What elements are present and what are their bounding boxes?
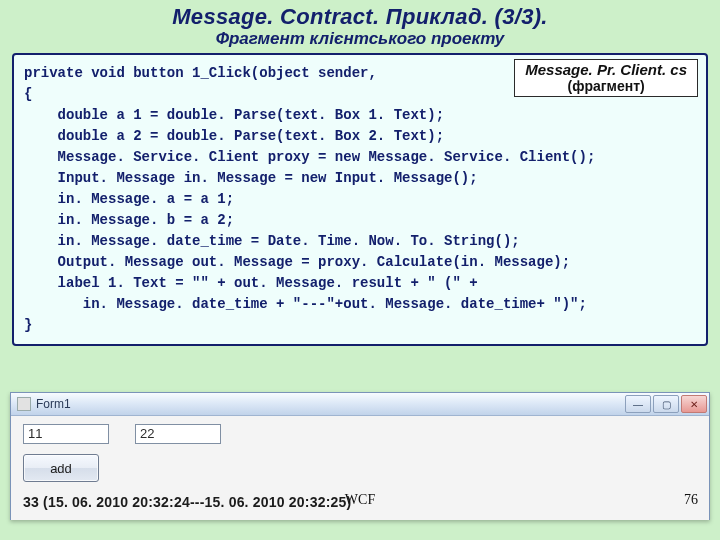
textbox-1[interactable]: 11	[23, 424, 109, 444]
file-name: Message. Pr. Client. cs	[525, 62, 687, 79]
file-fragment-label: (фрагмент)	[525, 79, 687, 94]
window-app-icon	[17, 397, 31, 411]
window-buttons: — ▢ ✕	[625, 395, 707, 413]
textbox-2[interactable]: 22	[135, 424, 221, 444]
close-button[interactable]: ✕	[681, 395, 707, 413]
slide-subtitle: Фрагмент клієнтського проекту	[10, 30, 710, 47]
file-badge: Message. Pr. Client. cs (фрагмент)	[514, 59, 698, 97]
footer-center: WCF	[0, 492, 720, 508]
slide-title: Message. Contract. Приклад. (3/3).	[10, 6, 710, 28]
add-button[interactable]: add	[23, 454, 99, 482]
code-text: private void button 1_Click(object sende…	[24, 63, 696, 336]
page-number: 76	[684, 492, 698, 508]
code-block: Message. Pr. Client. cs (фрагмент) priva…	[12, 53, 708, 346]
window-caption: Form1	[36, 397, 71, 411]
maximize-button[interactable]: ▢	[653, 395, 679, 413]
minimize-button[interactable]: —	[625, 395, 651, 413]
titlebar: Form1 — ▢ ✕	[11, 393, 709, 416]
